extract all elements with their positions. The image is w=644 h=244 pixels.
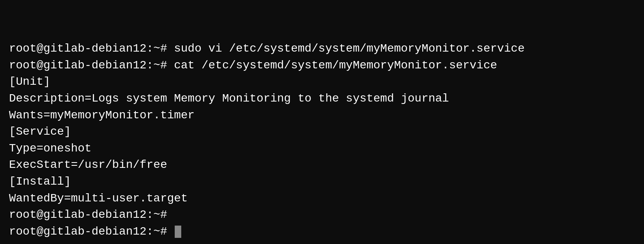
terminal-line: Wants=myMemoryMonitor.timer — [9, 107, 635, 124]
terminal-line: Description=Logs system Memory Monitorin… — [9, 90, 635, 107]
terminal-line: root@gitlab-debian12:~# sudo vi /etc/sys… — [9, 41, 635, 57]
terminal-line: Type=oneshot — [9, 140, 635, 157]
terminal-line: root@gitlab-debian12:~# cat /etc/systemd… — [9, 57, 635, 74]
terminal-line: [Unit] — [9, 74, 635, 90]
terminal-line: WantedBy=multi-user.target — [9, 190, 635, 207]
terminal-cursor — [175, 226, 181, 238]
terminal-line: [Service] — [9, 124, 635, 140]
terminal-line: root@gitlab-debian12:~# — [9, 207, 635, 224]
terminal-content: root@gitlab-debian12:~# sudo vi /etc/sys… — [9, 41, 635, 240]
terminal-line: ExecStart=/usr/bin/free — [9, 157, 635, 174]
terminal-window[interactable]: root@gitlab-debian12:~# sudo vi /etc/sys… — [0, 0, 644, 244]
terminal-line: [Install] — [9, 174, 635, 190]
terminal-line: root@gitlab-debian12:~# — [9, 224, 635, 240]
